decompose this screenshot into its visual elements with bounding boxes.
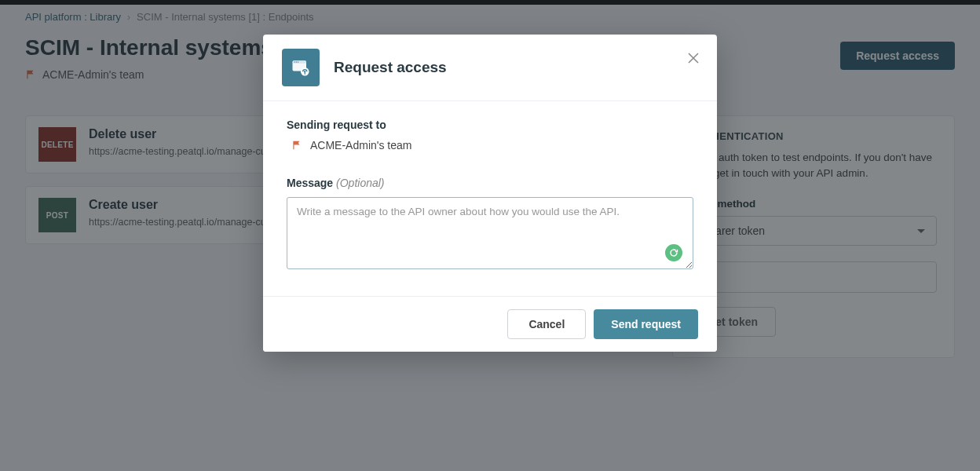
send-request-button[interactable]: Send request (594, 309, 698, 339)
recipient-team-row: ACME-Admin's team (287, 139, 693, 152)
sending-request-label: Sending request to (287, 119, 693, 131)
message-label: Message (Optional) (287, 177, 693, 189)
modal-header: Request access (263, 35, 717, 101)
svg-point-2 (294, 61, 294, 62)
modal-app-icon (282, 49, 320, 86)
svg-point-4 (298, 61, 298, 62)
modal-body: Sending request to ACME-Admin's team Mes… (263, 101, 717, 296)
svg-rect-7 (305, 71, 305, 75)
cancel-button[interactable]: Cancel (507, 309, 586, 339)
flag-icon (291, 140, 302, 151)
modal-title: Request access (334, 59, 447, 76)
message-label-text: Message (287, 177, 333, 189)
message-textarea[interactable] (287, 197, 693, 269)
recipient-team-name: ACME-Admin's team (310, 139, 411, 152)
close-icon[interactable] (684, 49, 703, 68)
request-access-modal: Request access Sending request to ACME-A… (263, 35, 717, 352)
message-optional-text: (Optional) (336, 177, 384, 189)
modal-footer: Cancel Send request (263, 296, 717, 352)
svg-point-3 (296, 61, 297, 62)
modal-overlay[interactable]: Request access Sending request to ACME-A… (0, 0, 980, 471)
